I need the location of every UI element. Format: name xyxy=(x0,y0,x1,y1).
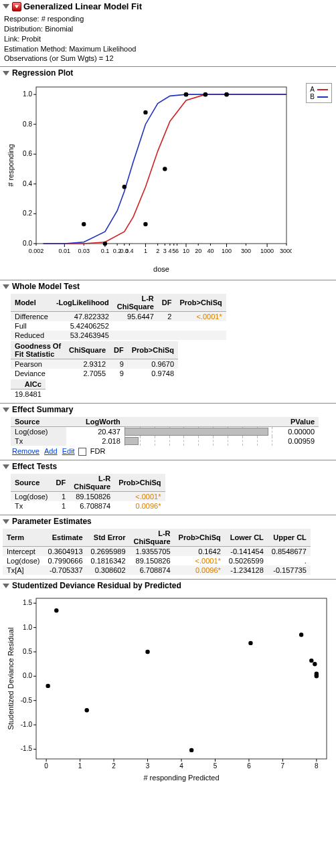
svg-point-63 xyxy=(184,92,188,96)
table-row: Intercept0.36049130.26959891.93557050.16… xyxy=(3,547,311,557)
section-title: Whole Model Test xyxy=(12,282,80,291)
gof-table: Goodness OfFit Statistic ChiSquare DF Pr… xyxy=(11,341,178,378)
svg-text:-1.0: -1.0 xyxy=(21,721,33,728)
svg-point-59 xyxy=(143,222,147,226)
col-lrchi: L-RChiSquare xyxy=(113,294,158,312)
col-source: Source xyxy=(11,474,52,492)
col-df: DF xyxy=(158,294,176,312)
svg-text:4: 4 xyxy=(179,762,183,770)
section-whole-model: Whole Model Test xyxy=(0,280,336,292)
col-model: Model xyxy=(11,294,52,312)
svg-point-57 xyxy=(103,242,107,246)
svg-point-110 xyxy=(309,659,313,663)
hotspot-menu-icon[interactable] xyxy=(12,2,21,11)
aicc-value: 19.8481 xyxy=(11,389,46,400)
col-lw: LogWorth xyxy=(66,417,124,427)
disclosure-triangle-icon[interactable] xyxy=(3,464,9,469)
legend-label: A xyxy=(310,86,315,93)
table-row: Log(dose)189.150826<.0001* xyxy=(11,492,165,502)
add-link[interactable]: Add xyxy=(43,447,59,455)
col-df: DF xyxy=(52,474,70,492)
table-row: Pearson2.931290.9670 xyxy=(11,359,178,369)
svg-point-67 xyxy=(224,92,228,96)
fdr-checkbox[interactable] xyxy=(78,448,86,456)
svg-point-104 xyxy=(54,608,58,612)
col-lrchi: L-RChiSquare xyxy=(130,529,175,547)
meta-line: Link: Probit xyxy=(4,34,332,44)
meta-line: Distribution: Binomial xyxy=(4,24,332,34)
remove-link[interactable]: Remove xyxy=(11,447,41,455)
svg-text:7: 7 xyxy=(281,762,285,770)
legend-swatch xyxy=(317,89,328,90)
disclosure-triangle-icon[interactable] xyxy=(3,71,9,76)
table-row: Full5.42406252 xyxy=(11,321,226,331)
param-est-table: Term Estimate Std Error L-RChiSquare Pro… xyxy=(3,529,311,575)
svg-text:dose: dose xyxy=(153,265,169,273)
residual-plot[interactable]: -1.5-1.0-0.50.00.51.01.5012345678# respo… xyxy=(0,592,336,786)
col-est: Estimate xyxy=(44,529,87,547)
svg-point-103 xyxy=(46,684,50,688)
svg-text:Studentized Deviance Residual: Studentized Deviance Residual xyxy=(7,628,15,730)
table-row: Log(dose)0.79906660.181634289.150826<.00… xyxy=(3,556,311,566)
svg-text:# responding: # responding xyxy=(7,144,15,187)
svg-point-58 xyxy=(122,185,127,189)
svg-text:-1.5: -1.5 xyxy=(21,746,33,753)
aicc-table: AICc 19.8481 xyxy=(11,379,46,399)
svg-text:0.6: 0.6 xyxy=(23,151,32,158)
disclosure-triangle-icon[interactable] xyxy=(3,584,9,588)
svg-text:0.0: 0.0 xyxy=(23,240,32,247)
svg-point-108 xyxy=(248,641,252,645)
section-title: Effect Tests xyxy=(12,462,57,471)
aicc-label: AICc xyxy=(11,379,46,389)
meta-line: Observations (or Sum Wgts) = 12 xyxy=(4,54,332,64)
col-source: Source xyxy=(11,417,66,427)
section-title: Studentized Deviance Residual by Predict… xyxy=(12,581,181,590)
disclosure-triangle-icon[interactable] xyxy=(3,408,9,412)
svg-text:1.0: 1.0 xyxy=(23,624,32,631)
section-effect-summary: Effect Summary xyxy=(0,403,336,416)
svg-text:6: 6 xyxy=(247,762,251,770)
whole-model-table: Model -LogLikelihood L-RChiSquare DF Pro… xyxy=(11,294,226,340)
col-bar xyxy=(124,417,272,427)
svg-point-107 xyxy=(189,748,193,752)
svg-text:3: 3 xyxy=(146,762,150,770)
svg-text:0.5: 0.5 xyxy=(23,648,32,655)
edit-link[interactable]: Edit xyxy=(61,447,76,455)
section-regression-plot: Regression Plot xyxy=(0,66,336,79)
main-header: Generalized Linear Model Fit xyxy=(0,0,336,13)
svg-point-111 xyxy=(313,662,317,666)
svg-text:1: 1 xyxy=(78,762,82,770)
col-nll: -LogLikelihood xyxy=(52,294,113,312)
svg-point-114 xyxy=(315,674,319,678)
svg-marker-0 xyxy=(15,5,19,8)
col-p: Prob>ChiSq xyxy=(128,341,178,359)
regression-plot[interactable]: 0.00.20.40.60.81.00.0020.010.030.10.3131… xyxy=(0,79,336,280)
svg-text:5: 5 xyxy=(214,762,218,770)
svg-text:0.4: 0.4 xyxy=(23,180,32,187)
svg-text:0.4: 0.4 xyxy=(125,248,134,254)
svg-text:0.2: 0.2 xyxy=(113,248,122,254)
effect-summary-table: Source LogWorth PValue Log(dose)20.437 0… xyxy=(11,417,319,446)
col-hi: Upper CL xyxy=(268,529,311,547)
svg-text:10: 10 xyxy=(183,248,189,254)
col-lo: Lower CL xyxy=(225,529,268,547)
effect-tests-table: Source DF L-RChiSquare Prob>ChiSq Log(do… xyxy=(11,474,165,511)
col-p: Prob>ChiSq xyxy=(175,294,226,312)
svg-text:0.2: 0.2 xyxy=(23,210,32,218)
svg-text:0.0: 0.0 xyxy=(23,673,32,680)
disclosure-triangle-icon[interactable] xyxy=(3,284,9,289)
svg-text:4: 4 xyxy=(168,248,171,254)
col-gof: Goodness OfFit Statistic xyxy=(11,341,65,359)
svg-text:0.002: 0.002 xyxy=(29,248,44,254)
col-df: DF xyxy=(110,341,128,359)
table-row: Tx[A]-0.7053370.3086026.7088740.0096*-1.… xyxy=(3,566,311,575)
plot-legend: A B xyxy=(306,83,332,103)
svg-text:0: 0 xyxy=(44,762,48,770)
effect-summary-actions: Remove Add Edit FDR xyxy=(11,446,333,456)
model-meta: Response: # responding Distribution: Bin… xyxy=(0,13,336,66)
disclosure-triangle-icon[interactable] xyxy=(3,4,9,9)
disclosure-triangle-icon[interactable] xyxy=(3,519,9,524)
svg-text:20: 20 xyxy=(195,248,201,254)
table-row: Tx16.7088740.0096* xyxy=(11,501,165,511)
col-lrchi: L-RChiSquare xyxy=(70,474,114,492)
